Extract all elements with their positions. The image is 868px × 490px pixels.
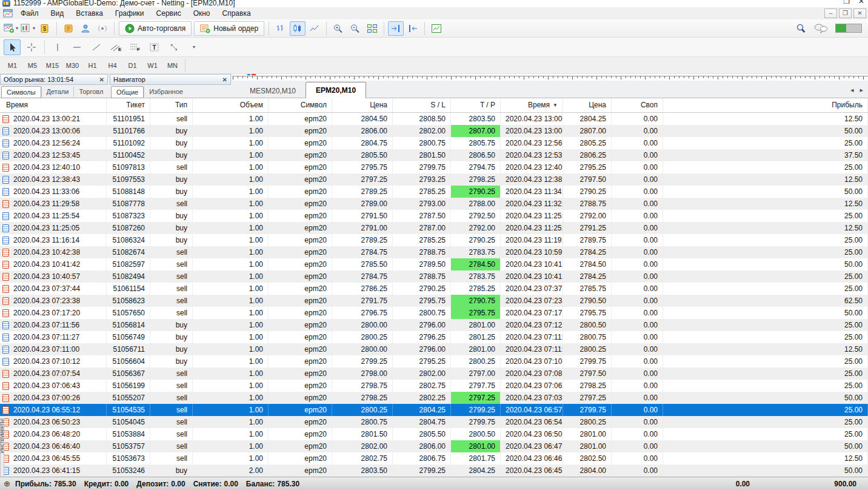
line-studies-menu-button[interactable]: ▾ [185,39,202,55]
column-header-close-time[interactable]: Время▼ [501,98,563,112]
menu-item-5[interactable]: Окно [187,7,216,19]
navigator-header[interactable]: Навигатор ✕ [110,74,231,85]
expand-summary-icon[interactable]: ⊕ [4,479,10,488]
table-row[interactable]: 2020.04.23 07:17:2051057650sell1.00epm20… [0,307,868,319]
table-row[interactable]: 2020.04.23 11:29:5851087778sell1.00epm20… [0,198,868,210]
bar-chart-mode-button[interactable] [273,21,289,36]
candlestick-mode-button[interactable] [290,21,305,36]
table-row[interactable]: 2020.04.23 07:37:4451061154sell1.00epm20… [0,283,868,295]
menu-item-1[interactable]: Вид [45,7,70,19]
window-controls[interactable]: ❐✕ [835,0,864,5]
table-row[interactable]: 2020.04.23 12:40:1051097813sell1.00epm20… [0,161,868,173]
navigator-tab[interactable]: Избранное [144,86,188,97]
chart-tab-epm20-m10[interactable]: EPM20,M10 [305,82,366,98]
column-header-type[interactable]: Тип [150,98,193,112]
table-row[interactable]: 2020.04.23 11:25:5451087323buy1.00epm202… [0,210,868,222]
table-row[interactable]: 2020.04.23 13:00:0651101766buy1.00epm202… [0,125,868,137]
crosshair-tool-button[interactable] [23,39,40,55]
history-center-button[interactable] [61,21,76,36]
restore-icon[interactable]: ❐ [843,0,850,5]
timeframe-button-m30[interactable]: M30 [62,62,82,69]
table-row[interactable]: 2020.04.23 07:23:3851058623sell1.00epm20… [0,295,868,307]
menu-item-2[interactable]: Вставка [70,7,109,19]
trendline-tool-button[interactable] [88,39,105,55]
auto-scroll-button[interactable] [405,21,421,36]
timeframe-button-m5[interactable]: M5 [22,62,42,69]
table-row[interactable]: 2020.04.23 06:46:4051053757sell1.00epm20… [0,440,868,452]
signals-button[interactable] [95,21,110,36]
vertical-line-tool-button[interactable] [49,39,66,55]
menu-item-0[interactable]: Файл [15,7,45,19]
market-watch-tab[interactable]: Детали [41,86,74,97]
column-header-symbol[interactable]: Символ [269,98,332,112]
table-row[interactable]: 2020.04.23 06:45:5551053673sell1.00epm20… [0,452,868,465]
market-watch-tab[interactable]: Торговл [73,86,108,97]
market-watch-header[interactable]: Обзор рынка: 13:01:54 ✕ [0,74,108,85]
table-row[interactable]: 2020.04.23 10:40:5751082494sell1.00epm20… [0,270,868,283]
column-header-close-price[interactable]: Цена [563,98,612,112]
toolbox-side-tab[interactable]: Инструменты [0,418,4,478]
chart-tab-mesm20-m10[interactable]: MESM20,M10 [240,84,305,98]
arrows-tool-button[interactable] [165,39,182,55]
column-header-ticket[interactable]: Тикет [107,98,150,112]
timeframe-button-mn[interactable]: MN [162,62,182,69]
accounts-button[interactable]: $ [37,21,53,36]
mdi-close-button[interactable]: ✕ [853,8,866,18]
table-row[interactable]: 2020.04.23 11:33:0651088148buy1.00epm202… [0,186,868,198]
timeframe-button-m15[interactable]: M15 [42,62,62,69]
new-chart-button[interactable]: ▾ [3,21,19,36]
table-row[interactable]: 2020.04.23 07:07:5451056367sell1.00epm20… [0,368,868,380]
timeframe-button-w1[interactable]: W1 [142,62,162,69]
zoom-in-button[interactable] [330,21,346,36]
table-row[interactable]: 2020.04.23 10:42:3851082674sell1.00epm20… [0,246,868,258]
cursor-tool-button[interactable] [4,39,21,55]
mdi-minimize-button[interactable]: – [824,8,837,18]
column-header-profit[interactable]: Прибыль [663,98,868,112]
timeframe-button-m1[interactable]: M1 [2,62,22,69]
table-row[interactable]: 2020.04.23 07:11:5651056814buy1.00epm202… [0,319,868,331]
table-row[interactable]: 2020.04.23 06:55:1251054535sell1.00epm20… [0,404,868,416]
tile-windows-button[interactable] [364,21,380,36]
table-row[interactable]: 2020.04.23 07:11:2751056749buy1.00epm202… [0,331,868,343]
mdi-restore-button[interactable]: ❐ [839,8,852,18]
timeframe-button-h4[interactable]: H4 [102,62,122,69]
shift-chart-end-button[interactable] [388,21,404,36]
table-row[interactable]: 2020.04.23 07:00:2651055207sell1.00epm20… [0,392,868,404]
line-chart-mode-button[interactable] [307,21,322,36]
timeframe-button-d1[interactable]: D1 [122,62,142,69]
fibonacci-tool-button[interactable]: F [127,39,144,55]
table-row[interactable]: 2020.04.23 06:41:1551053246buy2.00epm202… [0,465,868,477]
search-icon[interactable] [795,23,806,34]
market-watch-tab[interactable]: Символы [1,86,41,98]
column-header-open-time[interactable]: Время [0,98,107,112]
table-row[interactable]: 2020.04.23 11:16:1451086324buy1.00epm202… [0,234,868,246]
menu-item-3[interactable]: Графики [109,7,150,19]
table-row[interactable]: 2020.04.23 06:50:2351054045sell1.00epm20… [0,416,868,428]
scroll-left-icon[interactable]: ◂ [850,86,854,93]
chart-profiles-button[interactable]: ▾ [20,21,36,36]
horizontal-line-tool-button[interactable] [68,39,85,55]
column-header-tp[interactable]: T / P [451,98,501,112]
navigator-tab[interactable]: Общие [111,86,144,98]
text-tool-button[interactable]: T [146,39,163,55]
auto-trading-button[interactable]: Авто-торговля [119,21,192,36]
close-icon[interactable]: ✕ [858,0,864,5]
table-row[interactable]: 2020.04.23 06:48:2051053884sell1.00epm20… [0,428,868,440]
table-row[interactable]: 2020.04.23 11:25:0551087260buy1.00epm202… [0,222,868,234]
close-icon[interactable]: ✕ [99,76,104,83]
table-row[interactable]: 2020.04.23 12:53:4551100452buy1.00epm202… [0,149,868,161]
table-row[interactable]: 2020.04.23 07:06:4351056199sell1.00epm20… [0,380,868,392]
chat-icon[interactable] [813,23,828,33]
column-header-sl[interactable]: S / L [393,98,451,112]
scroll-right-icon[interactable]: ▸ [860,86,863,93]
column-header-open-price[interactable]: Цена [332,98,393,112]
table-row[interactable]: 2020.04.23 12:38:4351097553buy1.00epm202… [0,173,868,186]
table-row[interactable]: 2020.04.23 07:10:1251056604buy1.00epm202… [0,355,868,368]
menu-item-6[interactable]: Справка [216,7,257,19]
table-row[interactable]: 2020.04.23 07:11:0051056711buy1.00epm202… [0,343,868,355]
table-row[interactable]: 2020.04.23 12:56:2451101092buy1.00epm202… [0,137,868,149]
close-icon[interactable]: ✕ [222,76,227,83]
equidistant-channel-tool-button[interactable]: E [107,39,124,55]
zoom-out-button[interactable] [347,21,363,36]
community-button[interactable] [78,21,93,36]
